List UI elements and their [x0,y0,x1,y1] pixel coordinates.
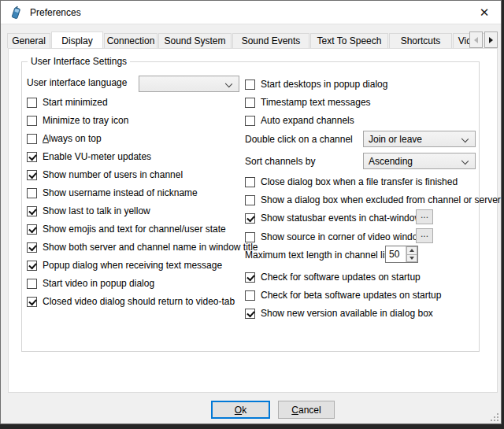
cancel-button-label: Cancel [291,405,321,416]
tab-text-to-speech[interactable]: Text To Speech [310,33,388,48]
tab-sound-events[interactable]: Sound Events [232,33,309,48]
double-click-select-value: Join or leave [369,134,422,145]
checkbox-box[interactable] [27,279,37,289]
checkbox-label: Show new version available in dialog box [261,308,433,319]
max-text-length-label: Maximum text length in channel list [245,249,392,261]
checkbox-start-minimized[interactable]: Start minimized [27,96,108,109]
checkbox-box[interactable] [245,213,255,224]
checkbox-enable-vu-meter[interactable]: Enable VU-meter updates [27,150,151,163]
checkbox-check-updates[interactable]: Check for software updates on startup [245,271,421,283]
checkbox-show-number-of-users[interactable]: Show number of users in channel [27,168,183,181]
cancel-button[interactable]: Cancel [278,401,335,419]
checkbox-box[interactable] [245,177,255,187]
checkbox-box[interactable] [27,134,37,144]
spinner-up-button[interactable] [406,246,417,255]
language-select[interactable] [139,76,239,92]
checkbox-label: Show source in corner of video window [261,231,424,242]
double-click-select[interactable]: Join or leave [363,131,476,147]
checkbox-box[interactable] [27,188,37,198]
checkbox-box[interactable] [27,206,37,216]
tab-label: Shortcuts [401,35,441,46]
tab-shortcuts[interactable]: Shortcuts [389,33,452,48]
group-title: User Interface Settings [28,56,130,67]
checkbox-start-video-popup[interactable]: Start video in popup dialog [27,277,154,290]
checkbox-dialog-when-excluded[interactable]: Show a dialog box when excluded from cha… [245,194,501,206]
sort-channels-label: Sort channels by [245,155,315,168]
resize-grip[interactable] [490,412,498,421]
checkbox-box[interactable] [245,195,255,205]
checkbox-statusbar-events[interactable]: Show statusbar events in chat-window [245,212,421,224]
close-icon[interactable]: ✕ [474,3,495,22]
checkbox-label: Enable VU-meter updates [43,151,151,162]
ok-button[interactable]: Ok [211,401,270,419]
checkbox-start-desktops-popup[interactable]: Start desktops in popup dialog [245,78,387,91]
ok-button-label: Ok [235,405,246,416]
checkbox-show-server-channel-title[interactable]: Show both server and channel name in win… [27,241,258,253]
tab-general[interactable]: General [7,33,50,48]
checkbox-label: Timestamp text messages [261,97,371,108]
spinner-buttons [406,246,417,262]
checkbox-box[interactable] [27,297,37,307]
checkbox-label: Show statusbar events in chat-window [261,213,421,224]
ellipsis-icon: ... [421,229,428,239]
checkbox-box[interactable] [245,116,255,126]
spinner-value: 50 [386,246,406,262]
checkbox-box[interactable] [27,170,37,180]
checkbox-box[interactable] [27,261,37,271]
tab-strip: General Display Connection Sound System … [7,31,498,48]
statusbar-events-config-button[interactable]: ... [416,209,433,224]
teamtalk-app-icon [9,6,23,20]
checkbox-box[interactable] [245,272,255,283]
checkbox-auto-expand-channels[interactable]: Auto expand channels [245,114,354,127]
max-text-length-spinner[interactable]: 50 [385,246,418,263]
checkbox-box[interactable] [245,80,255,90]
checkbox-popup-dialog-text-message[interactable]: Popup dialog when receiving text message [27,259,222,272]
checkbox-minimize-to-tray[interactable]: Minimize to tray icon [27,114,128,127]
checkbox-timestamp-messages[interactable]: Timestamp text messages [245,96,371,109]
checkbox-box[interactable] [27,224,37,235]
tab-scroll-left-button[interactable] [469,31,483,48]
triangle-up-icon [410,249,414,252]
triangle-down-icon [410,257,414,260]
preferences-dialog: Preferences ✕ General Display Connection… [0,0,502,424]
tab-label: Display [61,35,92,46]
checkbox-box[interactable] [27,116,37,126]
checkbox-label: Auto expand channels [261,115,354,126]
checkbox-label: Close dialog box when a file transfer is… [261,176,458,187]
title-bar[interactable]: Preferences ✕ [1,1,501,24]
checkbox-box[interactable] [245,98,255,108]
tab-label: Sound Events [242,35,301,46]
checkbox-box[interactable] [245,232,255,242]
sort-channels-select-value: Ascending [369,156,413,167]
checkbox-close-on-file-transfer[interactable]: Close dialog box when a file transfer is… [245,176,458,188]
checkbox-show-new-version[interactable]: Show new version available in dialog box [245,307,433,320]
tab-display[interactable]: Display [51,31,103,48]
checkbox-always-on-top[interactable]: Always on top [27,132,102,145]
tab-sound-system[interactable]: Sound System [158,33,232,48]
checkbox-show-source-video[interactable]: Show source in corner of video window [245,231,424,243]
checkbox-box[interactable] [27,242,37,253]
chevron-down-icon [461,135,469,142]
language-label: User interface language [27,76,127,89]
tab-label: Connection [107,35,155,46]
checkbox-label: Show number of users in channel [43,169,183,180]
tab-label: General [12,35,46,46]
tab-connection[interactable]: Connection [104,33,158,48]
checkbox-box[interactable] [245,309,255,319]
checkbox-show-username[interactable]: Show username instead of nickname [27,187,198,199]
checkbox-box[interactable] [27,98,37,108]
checkbox-label: Start desktops in popup dialog [261,79,387,90]
checkbox-closed-video-return[interactable]: Closed video dialog should return to vid… [27,295,235,308]
checkbox-label: Show last to talk in yellow [43,205,150,216]
spinner-down-button[interactable] [406,255,417,263]
video-source-config-button[interactable]: ... [416,228,433,243]
checkbox-show-last-to-talk[interactable]: Show last to talk in yellow [27,205,150,217]
checkbox-box[interactable] [245,290,255,301]
sort-channels-select[interactable]: Ascending [363,153,476,169]
checkbox-box[interactable] [27,152,37,162]
tab-scroll-right-button[interactable] [484,31,498,48]
checkbox-show-emojis[interactable]: Show emojis and text for channel/user st… [27,223,226,235]
chevron-down-icon [225,80,232,87]
checkbox-check-beta-updates[interactable]: Check for beta software updates on start… [245,289,441,301]
ellipsis-icon: ... [421,210,428,220]
